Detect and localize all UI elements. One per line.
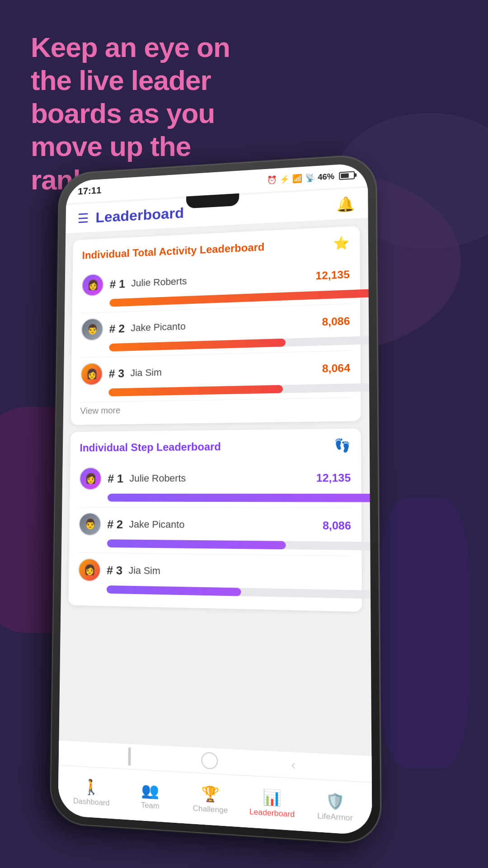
lb2-progress-fill-3 bbox=[107, 585, 241, 596]
lb2-rank-1: # 1 bbox=[108, 472, 123, 485]
lb2-progress-fill-1 bbox=[108, 494, 372, 502]
lb2-rank-2: # 2 bbox=[107, 517, 123, 531]
lb1-rank-name-3: 👩 # 3 Jia Sim bbox=[80, 361, 162, 386]
lb1-progress-3 bbox=[108, 383, 372, 396]
lb2-rank-3: # 3 bbox=[107, 563, 122, 577]
dashboard-icon: 🚶 bbox=[83, 778, 100, 796]
nav-challenge[interactable]: 🏆 Challenge bbox=[180, 783, 241, 816]
leaderboard-icon: 📊 bbox=[263, 788, 282, 807]
avatar-3: 👩 bbox=[80, 363, 103, 386]
nav-dashboard-label: Dashboard bbox=[73, 796, 110, 807]
lb1-rank-3: # 3 bbox=[109, 367, 125, 381]
trophy-icon: ⭐ bbox=[333, 236, 349, 251]
lb2-name-1: Julie Roberts bbox=[129, 472, 186, 484]
nav-dashboard[interactable]: 🚶 Dashboard bbox=[62, 776, 121, 808]
app-title: Leaderboard bbox=[95, 204, 184, 226]
avatar-2: 👨 bbox=[81, 318, 103, 341]
lb2-score-1: 12,135 bbox=[316, 472, 351, 485]
lb1-name-1: Julie Roberts bbox=[131, 275, 187, 289]
nav-challenge-label: Challenge bbox=[193, 803, 228, 815]
lb1-entry-3-top: 👩 # 3 Jia Sim 8,064 bbox=[80, 356, 350, 386]
header-left: ☰ Leaderboard bbox=[77, 204, 184, 227]
status-icons: ⏰ ⚡ 📶 📡 46% bbox=[267, 170, 355, 185]
lb1-rank-1: # 1 bbox=[110, 277, 125, 291]
lb2-rank-name-1: 👩 # 1 Julie Roberts bbox=[79, 467, 186, 490]
team-icon: 👥 bbox=[141, 781, 160, 799]
nav-team-label: Team bbox=[141, 800, 160, 811]
home-icon[interactable] bbox=[202, 752, 218, 769]
avatar-1: 👩 bbox=[82, 274, 104, 297]
lb2-entry-1-top: 👩 # 1 Julie Roberts 12,135 bbox=[79, 466, 351, 490]
avatar-lb2-3: 👩 bbox=[78, 558, 101, 582]
app-content: Individual Total Activity Leaderboard ⭐ … bbox=[58, 218, 372, 810]
lb2-score-2: 8,086 bbox=[323, 519, 351, 532]
lb1-entry-3: 👩 # 3 Jia Sim 8,064 bbox=[80, 351, 351, 403]
battery-percent: 46% bbox=[318, 172, 334, 182]
lb2-progress-3 bbox=[107, 585, 372, 599]
lb2-entry-3: 👩 # 3 Jia Sim bbox=[78, 553, 352, 604]
back-icon[interactable]: ‹ bbox=[291, 757, 296, 773]
lb1-rank-name-2: 👨 # 2 Jake Picanto bbox=[81, 315, 185, 341]
leaderboard-card-2: Individual Step Leaderboard 👣 👩 # 1 Juli… bbox=[68, 429, 362, 612]
avatar-lb2-1: 👩 bbox=[79, 467, 102, 490]
lb2-rank-name-2: 👨 # 2 Jake Picanto bbox=[79, 513, 184, 537]
lb1-name-2: Jake Picanto bbox=[131, 321, 186, 334]
nav-team[interactable]: 👥 Team bbox=[121, 780, 180, 812]
nav-leaderboard-label: Leaderboard bbox=[249, 807, 295, 819]
lifearmor-icon: 🛡️ bbox=[325, 791, 345, 811]
lb2-entry-3-top: 👩 # 3 Jia Sim bbox=[78, 558, 352, 586]
nav-lifearmor-label: LifeArmor bbox=[317, 811, 353, 823]
lb1-entry-2: 👨 # 2 Jake Picanto 8,086 bbox=[81, 304, 350, 358]
lb2-name-3: Jia Sim bbox=[128, 565, 160, 577]
nav-lifearmor[interactable]: 🛡️ LifeArmor bbox=[303, 790, 367, 824]
recent-apps-icon[interactable] bbox=[128, 747, 131, 766]
bluetooth-icon: ⚡ bbox=[280, 174, 290, 184]
alarm-icon: ⏰ bbox=[267, 175, 277, 185]
lb2-progress-1 bbox=[108, 494, 372, 502]
foot-icon: 👣 bbox=[334, 438, 351, 453]
leaderboard-2-title: Individual Step Leaderboard bbox=[80, 440, 221, 454]
lb1-entry-2-top: 👨 # 2 Jake Picanto 8,086 bbox=[81, 309, 350, 341]
leaderboard-card-1-header: Individual Total Activity Leaderboard ⭐ bbox=[82, 236, 350, 263]
challenge-icon: 🏆 bbox=[201, 784, 220, 803]
status-time: 17:11 bbox=[78, 185, 102, 198]
lb1-name-3: Jia Sim bbox=[130, 367, 162, 379]
lb2-progress-fill-2 bbox=[107, 539, 286, 549]
leaderboard-card-2-header: Individual Step Leaderboard 👣 bbox=[80, 438, 351, 455]
lb2-rank-name-3: 👩 # 3 Jia Sim bbox=[78, 558, 160, 583]
nav-leaderboard[interactable]: 📊 Leaderboard bbox=[241, 787, 303, 820]
battery-icon bbox=[339, 171, 355, 180]
phone-frame: 17:11 ⏰ ⚡ 📶 📡 46% ☰ Leaderboa bbox=[50, 154, 381, 845]
bell-icon[interactable]: 🔔 bbox=[336, 195, 355, 213]
lb1-rank-2: # 2 bbox=[109, 322, 125, 336]
lb2-progress-2 bbox=[107, 539, 372, 550]
hamburger-icon[interactable]: ☰ bbox=[77, 211, 89, 226]
lb2-name-2: Jake Picanto bbox=[129, 519, 184, 531]
phone-mockup: 17:11 ⏰ ⚡ 📶 📡 46% ☰ Leaderboa bbox=[50, 154, 381, 845]
signal-icon: 📡 bbox=[305, 173, 315, 183]
avatar-lb2-2: 👨 bbox=[79, 513, 101, 536]
lb1-rank-name-1: 👩 # 1 Julie Roberts bbox=[82, 270, 187, 297]
lb1-score-3: 8,064 bbox=[322, 362, 350, 375]
leaderboard-1-title: Individual Total Activity Leaderboard bbox=[82, 241, 265, 261]
lb1-score-2: 8,086 bbox=[322, 315, 350, 328]
phone-screen: 17:11 ⏰ ⚡ 📶 📡 46% ☰ Leaderboa bbox=[58, 163, 372, 835]
lb2-entry-2-top: 👨 # 2 Jake Picanto 8,086 bbox=[79, 513, 351, 538]
lb1-progress-fill-2 bbox=[109, 339, 285, 352]
lb2-entry-1: 👩 # 1 Julie Roberts 12,135 bbox=[79, 460, 351, 508]
lb1-score-1: 12,135 bbox=[315, 268, 350, 282]
bg-decoration-4 bbox=[380, 497, 470, 769]
leaderboard-card-1: Individual Total Activity Leaderboard ⭐ … bbox=[71, 226, 361, 425]
lb2-entry-2: 👨 # 2 Jake Picanto 8,086 bbox=[79, 507, 351, 556]
lb1-progress-fill-3 bbox=[108, 385, 282, 396]
wifi-icon: 📶 bbox=[292, 174, 302, 184]
